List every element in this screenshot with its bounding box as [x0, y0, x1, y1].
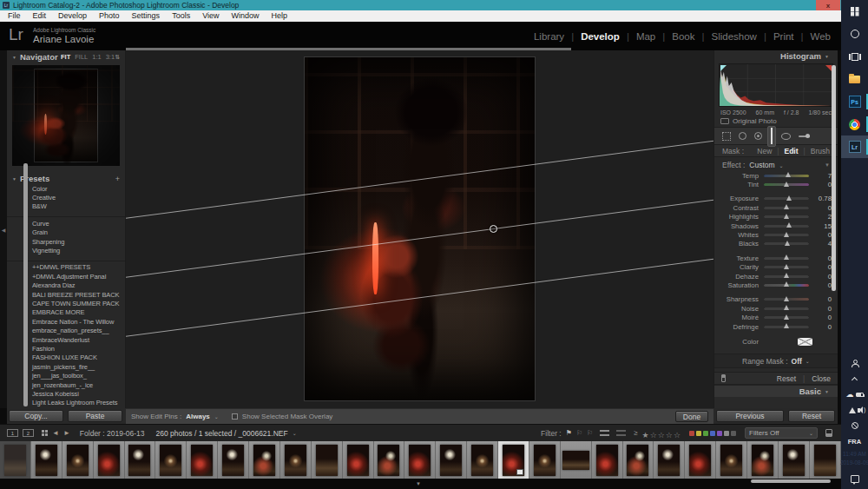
next-photo-arrow-icon[interactable]: ► — [63, 429, 70, 437]
filmstrip-cell[interactable] — [529, 441, 561, 479]
slider-track[interactable] — [764, 298, 809, 301]
zoom-option[interactable]: 1:1 — [92, 53, 101, 61]
file-explorer-button[interactable] — [841, 68, 868, 90]
previous-button[interactable]: Previous — [716, 410, 784, 422]
rating-operator[interactable]: ≥ — [634, 429, 637, 437]
zoom-option[interactable]: 3:1 — [106, 53, 115, 61]
menu-item[interactable]: Window — [226, 10, 266, 22]
hidden-icons-chevron[interactable] — [841, 371, 868, 387]
edit-filter-icon[interactable] — [600, 430, 609, 436]
filmstrip-cell[interactable] — [498, 441, 529, 479]
color-label-swatch[interactable] — [703, 431, 708, 436]
task-view-button[interactable] — [841, 45, 868, 68]
slider-track[interactable] — [764, 275, 809, 278]
right-panel-scrollbar[interactable] — [832, 65, 836, 291]
red-eye-tool-icon[interactable] — [754, 132, 762, 140]
basic-panel-header[interactable]: Basic — [714, 385, 838, 397]
adjustment-brush-tool-icon[interactable] — [799, 135, 810, 137]
slider-knob[interactable] — [784, 182, 789, 187]
effect-preset-value[interactable]: Custom — [749, 161, 774, 169]
filmstrip-cell[interactable] — [62, 441, 94, 479]
slider-track[interactable] — [764, 266, 809, 268]
filmstrip-cell[interactable] — [404, 441, 436, 479]
filmstrip-cell[interactable] — [280, 441, 312, 479]
slider-track[interactable] — [764, 175, 809, 177]
slider-knob[interactable] — [786, 195, 792, 201]
filters-dropdown[interactable]: Filters Off — [745, 427, 818, 439]
histogram-header[interactable]: Histogram — [714, 50, 838, 62]
previous-photo-arrow-icon[interactable]: ◄ — [52, 429, 59, 437]
main-window-button[interactable]: 1 — [7, 429, 18, 437]
slider-knob[interactable] — [784, 281, 789, 287]
slider-track[interactable] — [764, 242, 809, 245]
module-tab[interactable]: Web — [794, 31, 831, 42]
slider-track[interactable] — [764, 215, 809, 218]
color-label-swatch[interactable] — [724, 431, 729, 436]
slider-knob[interactable] — [784, 264, 789, 269]
slider-knob[interactable] — [784, 254, 789, 260]
module-tab[interactable]: Library — [534, 31, 564, 42]
module-tab[interactable]: Slideshow — [694, 31, 756, 42]
swap-zoom-icon[interactable] — [115, 54, 120, 61]
filmstrip-cell[interactable] — [374, 441, 405, 479]
edit-pins-value[interactable]: Always — [186, 413, 210, 420]
slider-track[interactable] — [764, 183, 809, 186]
color-label-swatch[interactable] — [717, 431, 722, 436]
filmstrip-scrollbar[interactable] — [751, 479, 831, 483]
cortana-button[interactable] — [841, 23, 868, 45]
second-window-button[interactable]: 2 — [23, 429, 34, 437]
close-button[interactable]: x — [816, 0, 840, 10]
filmstrip-cell[interactable] — [561, 441, 592, 479]
lightroom-button[interactable]: Lr — [841, 135, 868, 158]
navigator-preview[interactable] — [12, 65, 120, 166]
filmstrip-cell[interactable] — [343, 441, 374, 479]
tray-network-volume[interactable] — [841, 402, 868, 418]
color-swatch[interactable] — [798, 338, 812, 346]
menu-item[interactable]: File — [2, 10, 27, 22]
graduated-filter-pin[interactable] — [490, 225, 497, 233]
start-button[interactable] — [841, 0, 868, 23]
zoom-option[interactable]: FIT — [61, 53, 70, 61]
module-tab[interactable]: Map — [620, 31, 655, 42]
star-icon[interactable]: ★ — [642, 431, 650, 439]
slider-knob[interactable] — [784, 296, 789, 301]
menu-item[interactable]: Help — [266, 10, 294, 22]
tray-cloud-battery[interactable]: ☁ — [841, 387, 868, 402]
filmstrip-cell[interactable] — [0, 441, 31, 479]
shadow-clipping-indicator-icon[interactable] — [720, 65, 727, 71]
crop-tool-icon[interactable] — [722, 132, 731, 141]
filmstrip-cell[interactable] — [747, 441, 779, 479]
slider-knob[interactable] — [784, 214, 789, 219]
module-tab[interactable]: Print — [757, 31, 794, 42]
filmstrip-cell[interactable] — [654, 441, 685, 479]
star-icon[interactable]: ☆ — [674, 431, 681, 439]
filmstrip-cell[interactable] — [249, 441, 280, 479]
navigator-header[interactable]: Navigator FITFILL1:13:1 — [7, 50, 125, 63]
slider-knob[interactable] — [784, 323, 789, 328]
chrome-button[interactable] — [841, 113, 868, 135]
slider-track[interactable] — [764, 234, 809, 236]
filmstrip-cell[interactable] — [779, 441, 810, 479]
menu-item[interactable]: Photo — [93, 10, 126, 22]
done-button[interactable]: Done — [675, 411, 708, 422]
histogram-canvas[interactable] — [719, 63, 833, 107]
action-center-button[interactable] — [841, 468, 868, 489]
close-link[interactable]: Close — [796, 374, 831, 383]
slider-track[interactable] — [764, 225, 809, 228]
slider-knob[interactable] — [784, 273, 789, 278]
volume-icon[interactable] — [858, 408, 860, 413]
slider-knob[interactable] — [785, 241, 790, 246]
copy-button[interactable]: Copy... — [9, 410, 63, 422]
people-button[interactable] — [841, 355, 868, 371]
slider-track[interactable] — [764, 207, 809, 209]
color-label-swatch[interactable] — [689, 431, 694, 436]
filmstrip-cell[interactable] — [218, 441, 249, 479]
collapse-left-panel-icon[interactable]: ◀ — [2, 227, 6, 233]
range-mask-value[interactable]: Off — [792, 357, 802, 366]
photoshop-button[interactable]: Ps — [841, 90, 868, 113]
filmstrip-cell[interactable] — [155, 441, 187, 479]
mask-option[interactable]: Edit — [772, 147, 798, 155]
selection-status[interactable]: 260 photos / 1 selected / _0006621.NEF — [156, 429, 288, 438]
filmstrip-cell[interactable] — [436, 441, 467, 479]
original-photo-row[interactable]: Original Photo — [714, 116, 838, 128]
